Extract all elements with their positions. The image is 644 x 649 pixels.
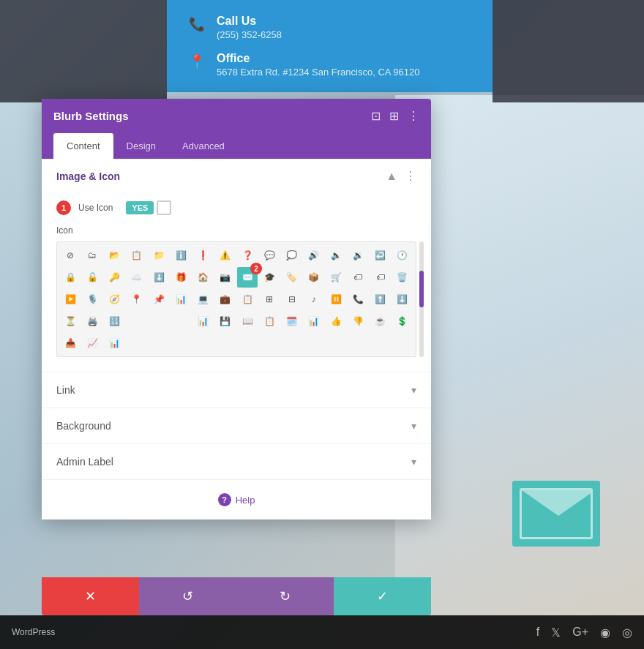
icon-cell[interactable]: ⬇️ — [149, 267, 169, 288]
icon-cell[interactable]: ⊘ — [60, 245, 80, 266]
icon-cell[interactable]: 📊 — [193, 311, 214, 331]
phone-icon: 📞 — [189, 16, 205, 32]
toggle-yes-button[interactable]: YES — [126, 201, 154, 214]
icon-cell[interactable]: 📁 — [149, 245, 169, 266]
section-background-title: Background — [56, 420, 111, 432]
icon-cell[interactable]: 🗑️ — [392, 267, 413, 288]
icon-cell[interactable]: 🔊 — [304, 245, 324, 266]
undo-button[interactable]: ↺ — [139, 577, 236, 615]
icon-cell[interactable]: 💾 — [215, 311, 236, 331]
tab-design[interactable]: Design — [113, 133, 169, 159]
icon-cell[interactable]: 📊 — [105, 333, 125, 353]
icon-cell[interactable]: 📖 — [237, 311, 258, 331]
icon-cell[interactable]: 💲 — [392, 311, 413, 331]
icon-cell[interactable]: 🔈 — [326, 245, 346, 266]
icon-cell[interactable]: 👍 — [326, 311, 346, 331]
icon-cell[interactable]: 🔓 — [82, 267, 102, 288]
icon-cell[interactable]: ❗ — [193, 245, 214, 266]
help-row[interactable]: ? Help — [42, 480, 431, 519]
icon-cell[interactable]: 🔒 — [60, 267, 80, 288]
icon-cell[interactable]: 💻 — [193, 289, 214, 310]
section-image-icon-controls: ▲ ⋮ — [386, 169, 416, 183]
icon-cell[interactable]: ⊟ — [282, 289, 302, 310]
section-link: Link ▾ — [42, 372, 431, 408]
icon-cell[interactable]: 💬 — [259, 245, 280, 266]
icon-cell-selected[interactable]: ✉️ 2 — [237, 267, 258, 288]
icon-cell[interactable]: ⬇️ — [392, 289, 413, 310]
icon-cell[interactable]: 📥 — [60, 333, 80, 353]
icon-cell[interactable]: 🛒 — [326, 267, 346, 288]
section-background-header[interactable]: Background ▾ — [42, 408, 431, 443]
rss-icon[interactable]: ◎ — [622, 626, 632, 639]
location-icon: 📍 — [189, 53, 205, 70]
icon-cell[interactable]: 📌 — [149, 289, 169, 310]
icon-cell[interactable] — [171, 311, 191, 331]
icon-cell[interactable]: 🧭 — [105, 289, 125, 310]
icon-cell[interactable]: 💼 — [215, 289, 236, 310]
icon-cell[interactable]: 🎙️ — [82, 289, 102, 310]
chevron-down-icon: ▾ — [411, 420, 416, 432]
icon-cell[interactable]: ♪ — [304, 289, 324, 310]
icon-cell[interactable]: ⏸️ — [326, 289, 346, 310]
icon-cell[interactable]: 🎁 — [171, 267, 191, 288]
icon-cell[interactable]: ℹ️ — [171, 245, 191, 266]
facebook-icon[interactable]: f — [536, 626, 539, 639]
tab-content[interactable]: Content — [53, 133, 113, 159]
icon-cell[interactable]: 📋 — [259, 311, 280, 331]
icon-cell[interactable]: 🔢 — [105, 311, 125, 331]
icon-cell[interactable]: ☕ — [370, 311, 391, 331]
icon-cell[interactable]: 📊 — [304, 311, 324, 331]
icon-cell[interactable] — [149, 311, 169, 331]
cancel-button[interactable]: ✕ — [42, 577, 139, 615]
icon-cell[interactable]: 🔉 — [348, 245, 368, 266]
icon-cell[interactable]: 🏠 — [193, 267, 214, 288]
icon-cell[interactable]: 🗂 — [82, 245, 102, 266]
modal-header: Blurb Settings ⊡ ⊞ ⋮ — [42, 99, 431, 133]
icon-cell[interactable]: 🎓 — [259, 267, 280, 288]
section-image-icon-header[interactable]: Image & Icon ▲ ⋮ — [42, 159, 431, 193]
icon-cell[interactable]: 🔑 — [105, 267, 125, 288]
googleplus-icon[interactable]: G+ — [572, 626, 588, 639]
section-link-header[interactable]: Link ▾ — [42, 372, 431, 408]
icon-cell[interactable]: 📷 — [215, 267, 236, 288]
redo-button[interactable]: ↻ — [236, 577, 334, 615]
icon-cell[interactable]: 📋 — [237, 289, 258, 310]
icon-cell[interactable]: 💭 — [282, 245, 302, 266]
modal-body: Image & Icon ▲ ⋮ 1 Use Icon YES Ico — [42, 159, 431, 519]
icon-cell[interactable] — [127, 311, 147, 331]
icon-cell[interactable]: ⚠️ — [215, 245, 236, 266]
tab-advanced[interactable]: Advanced — [169, 133, 238, 159]
modal-icon-grid[interactable]: ⊞ — [389, 109, 399, 123]
envelope-flap — [522, 490, 593, 516]
icon-cell[interactable]: 📋 — [127, 245, 147, 266]
icon-cell[interactable]: 🖨️ — [82, 311, 102, 331]
collapse-icon[interactable]: ▲ — [386, 170, 397, 183]
icon-cell[interactable]: 🏷️ — [282, 267, 302, 288]
section-admin-label-header[interactable]: Admin Label ▾ — [42, 444, 431, 479]
icon-cell[interactable]: 📦 — [304, 267, 324, 288]
icon-cell[interactable]: ⊞ — [259, 289, 280, 310]
more-icon[interactable]: ⋮ — [405, 169, 416, 183]
icon-cell[interactable]: 📈 — [82, 333, 102, 353]
modal-icon-more[interactable]: ⋮ — [408, 109, 419, 123]
icon-cell[interactable]: 🏷 — [370, 267, 391, 288]
icon-cell[interactable]: 🏷 — [348, 267, 368, 288]
toggle-checkbox[interactable] — [157, 200, 171, 215]
icon-cell[interactable]: 📍 — [127, 289, 147, 310]
modal-icon-expand[interactable]: ⊡ — [371, 109, 381, 123]
scrollbar-thumb[interactable] — [419, 271, 424, 307]
twitter-icon[interactable]: 𝕏 — [551, 626, 561, 639]
save-button[interactable]: ✓ — [334, 577, 431, 615]
icon-cell[interactable]: ☁️ — [127, 267, 147, 288]
icon-cell[interactable]: 📊 — [171, 289, 191, 310]
icon-cell[interactable]: ▶️ — [60, 289, 80, 310]
icon-cell[interactable]: ↩️ — [370, 245, 391, 266]
icon-cell[interactable]: ⬆️ — [370, 289, 391, 310]
icon-cell[interactable]: 📞 — [348, 289, 368, 310]
icon-cell[interactable]: 🗓️ — [282, 311, 302, 331]
icon-cell[interactable]: ⏳ — [60, 311, 80, 331]
icon-cell[interactable]: 👎 — [348, 311, 368, 331]
icon-cell[interactable]: 📂 — [105, 245, 125, 266]
icon-cell[interactable]: 🕐 — [392, 245, 413, 266]
instagram-icon[interactable]: ◉ — [600, 626, 610, 639]
